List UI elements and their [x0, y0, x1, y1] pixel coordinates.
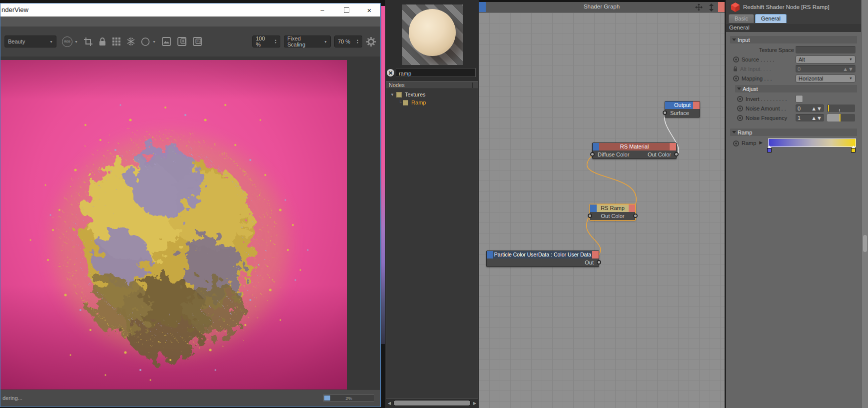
- scrollbar-thumb[interactable]: [393, 400, 471, 406]
- source-select[interactable]: Alt ▼: [796, 56, 856, 64]
- minimize-button[interactable]: –: [312, 4, 332, 16]
- animation-dot-icon[interactable]: [733, 56, 739, 62]
- horizontal-scrollbar[interactable]: ◀ ▶: [386, 400, 478, 406]
- inspector-header: Redshift Shader Node [RS Ramp]: [726, 0, 861, 14]
- search-input[interactable]: [396, 70, 480, 78]
- send-to-picture-viewer-button[interactable]: PV: [192, 36, 202, 46]
- inspector-scroll-strip[interactable]: [861, 0, 868, 408]
- group-adjust[interactable]: Adjust: [735, 85, 857, 92]
- node-userdata-titlebar[interactable]: Particle Color UserData : Color User Dat…: [487, 251, 599, 258]
- tree-item-label: Ramp: [411, 100, 426, 106]
- scale-percent-field[interactable]: 70 % ▲▼: [334, 36, 362, 48]
- group-ramp[interactable]: Ramp: [730, 128, 857, 136]
- ramp-knot-right[interactable]: [851, 148, 856, 152]
- shader-graph-canvas[interactable]: Output Surface RS Material Diffuse Color…: [479, 12, 725, 408]
- renderview-titlebar[interactable]: nderView – ×: [0, 4, 380, 16]
- scale-percent-value: 70 %: [338, 38, 350, 44]
- animation-dot-icon[interactable]: [737, 106, 743, 112]
- node-title-label: Particle Color UserData : Color User Dat…: [494, 252, 591, 258]
- lock-view-button[interactable]: [98, 37, 106, 46]
- maximize-button[interactable]: [336, 4, 356, 16]
- slider-handle[interactable]: [828, 105, 829, 112]
- tree-item-textures[interactable]: ▼ Textures: [390, 91, 426, 98]
- nodes-tree-header: Nodes: [386, 82, 478, 89]
- compare-mode-button[interactable]: ▼: [141, 38, 156, 46]
- clear-search-button[interactable]: ✕: [387, 69, 394, 76]
- node-material-titlebar[interactable]: RS Material: [593, 143, 676, 150]
- render-pass-select[interactable]: Beauty ▼: [4, 36, 56, 48]
- port-label: Out Color: [648, 150, 671, 158]
- scroll-left-icon[interactable]: ◀: [386, 401, 393, 406]
- texture-space-field[interactable]: [796, 46, 856, 54]
- node-port-row: Surface: [665, 109, 700, 117]
- noise-frequency-slider[interactable]: [827, 114, 855, 122]
- stepper-icon[interactable]: ▲▼: [843, 66, 854, 72]
- expand-right-icon[interactable]: ▶: [759, 140, 763, 145]
- input-port[interactable]: [590, 152, 595, 156]
- output-port[interactable]: [597, 260, 601, 264]
- port-label: Out Color: [601, 213, 624, 219]
- output-port[interactable]: [674, 152, 679, 156]
- noise-amount-field[interactable]: 0 ▲▼: [796, 104, 824, 112]
- invert-checkbox[interactable]: [796, 95, 803, 102]
- snapshot-list-button[interactable]: [161, 36, 171, 46]
- node-output-titlebar[interactable]: Output: [665, 102, 700, 109]
- noise-frequency-field[interactable]: 1 ▲▼: [796, 114, 824, 122]
- input-port[interactable]: [588, 214, 592, 218]
- ramp-gradient-bar[interactable]: [768, 138, 856, 147]
- channel-display-button[interactable]: RGB ▼: [62, 36, 78, 47]
- node-particle-userdata[interactable]: Particle Color UserData : Color User Dat…: [486, 250, 599, 267]
- node-output[interactable]: Output Surface: [665, 101, 700, 118]
- output-port[interactable]: [633, 214, 638, 218]
- progress-percent: 2%: [324, 396, 374, 401]
- add-snapshot-button[interactable]: [177, 36, 187, 46]
- move-panel-icon[interactable]: [695, 4, 703, 13]
- animation-dot-icon[interactable]: [733, 140, 739, 146]
- row-texture-space: Texture Space: [726, 45, 861, 54]
- input-port[interactable]: [663, 110, 667, 115]
- zoom-percent-field[interactable]: 100 % ▲▼: [252, 36, 280, 48]
- node-port-row: Out: [487, 258, 599, 266]
- group-input[interactable]: Input: [730, 36, 857, 44]
- tab-general[interactable]: General: [755, 14, 787, 23]
- tree-item-label: Textures: [405, 92, 426, 98]
- tree-item-ramp[interactable]: └ Ramp: [398, 99, 426, 106]
- close-icon: ×: [367, 6, 372, 14]
- stepper-icon[interactable]: ▲▼: [271, 39, 277, 44]
- svg-text:PV: PV: [196, 40, 200, 43]
- ramp-knot-left[interactable]: [767, 148, 772, 152]
- alt-input-field[interactable]: 0 ▲▼: [796, 65, 856, 72]
- node-icon: [403, 100, 408, 106]
- shader-graph-titlebar[interactable]: Shader Graph: [479, 2, 725, 12]
- vertical-scrollbar-thumb[interactable]: [863, 235, 867, 252]
- animation-dot-icon[interactable]: [733, 76, 739, 82]
- node-ramp-titlebar[interactable]: RS Ramp: [590, 204, 635, 212]
- crop-region-button[interactable]: [83, 37, 93, 46]
- stepper-icon[interactable]: ▲▼: [353, 39, 359, 44]
- mapping-select[interactable]: Horizontal ▼: [796, 74, 856, 82]
- render-status-text: dering...: [2, 395, 22, 401]
- node-rs-material[interactable]: RS Material Diffuse Color Out Color: [592, 142, 677, 159]
- pixel-grid-button[interactable]: [112, 37, 121, 46]
- close-button[interactable]: ×: [359, 4, 379, 16]
- stepper-icon[interactable]: ▲▼: [811, 115, 822, 121]
- resize-vertical-icon[interactable]: [708, 4, 715, 14]
- inspector-title: Redshift Shader Node [RS Ramp]: [743, 4, 830, 10]
- crop-icon: [83, 37, 93, 46]
- snapshot-button[interactable]: [126, 37, 135, 46]
- port-label: Surface: [670, 109, 689, 117]
- rgb-channel-icon: RGB: [62, 36, 72, 47]
- node-rs-ramp[interactable]: RS Ramp Out Color: [590, 204, 636, 220]
- scaling-mode-select[interactable]: Fixed Scaling ▼: [284, 36, 331, 48]
- tab-basic[interactable]: Basic: [729, 14, 754, 23]
- slider-handle[interactable]: [840, 114, 841, 122]
- animation-dot-icon[interactable]: [737, 96, 743, 102]
- expand-arrow-icon[interactable]: ▼: [390, 92, 394, 97]
- animation-dot-icon[interactable]: [737, 115, 743, 121]
- settings-button[interactable]: [366, 36, 376, 47]
- stepper-icon[interactable]: ▲▼: [811, 106, 822, 112]
- noise-amount-slider[interactable]: [827, 104, 855, 112]
- scroll-right-icon[interactable]: ▶: [471, 401, 478, 406]
- renderview-menu-band: [0, 16, 380, 27]
- node-corner-blue: [487, 251, 493, 258]
